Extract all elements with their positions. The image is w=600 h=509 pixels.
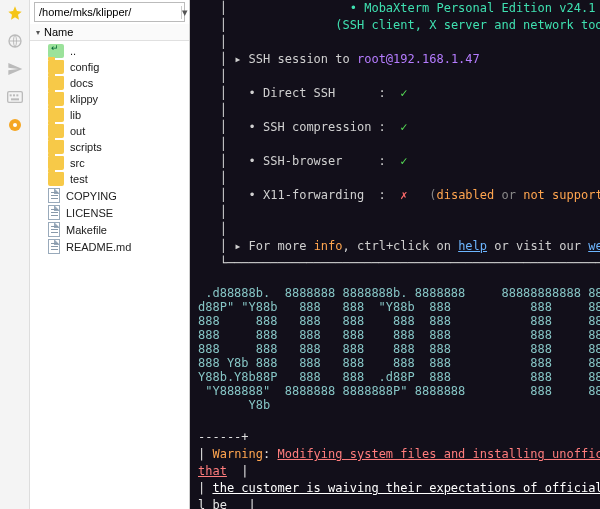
svg-rect-1 [7, 92, 22, 103]
file-tree: ..configdocsklippyliboutscriptssrctestCO… [30, 41, 189, 509]
tree-item-label: config [70, 61, 99, 73]
more-pre: For more [249, 239, 314, 253]
tree-item-label: src [70, 157, 85, 169]
banner-title: • MobaXterm Personal Edition v24.1 • [350, 1, 600, 15]
tree-item-label: out [70, 125, 85, 137]
tree-file[interactable]: README.md [30, 238, 189, 255]
folder-icon [48, 156, 64, 170]
website-link[interactable]: website [588, 239, 600, 253]
tree-item-label: README.md [66, 241, 131, 253]
up-icon [48, 44, 64, 58]
globe-icon[interactable] [6, 32, 24, 50]
file lines-icon [48, 188, 60, 203]
svg-rect-2 [9, 94, 11, 96]
sort-icon: ▾ [36, 28, 40, 37]
tree-item-label: docs [70, 77, 93, 89]
svg-rect-5 [11, 98, 19, 100]
folder-icon [48, 140, 64, 154]
svg-rect-3 [13, 94, 15, 96]
tree-item-label: scripts [70, 141, 102, 153]
send-icon[interactable] [6, 60, 24, 78]
star-icon[interactable] [6, 4, 24, 22]
folder-icon [48, 76, 64, 90]
terminal[interactable]: │ • MobaXterm Personal Edition v24.1 • │… [190, 0, 600, 509]
folder-icon [48, 108, 64, 122]
sftp-browser: ▾ ▾ Name ..configdocsklippyliboutscripts… [30, 0, 190, 509]
session-target: root@192.168.1.47 [357, 52, 480, 66]
folder-icon [48, 172, 64, 186]
path-dropdown-icon[interactable]: ▾ [181, 6, 188, 19]
session-prefix: SSH session to [249, 52, 357, 66]
tree-item-label: .. [70, 45, 76, 57]
more-info: info [314, 239, 343, 253]
file lines-icon [48, 222, 60, 237]
svg-rect-4 [16, 94, 18, 96]
folder-icon [48, 124, 64, 138]
tree-file[interactable]: Makefile [30, 221, 189, 238]
sidebar-tool-strip [0, 0, 30, 509]
tree-item-label: COPYING [66, 190, 117, 202]
column-name-label: Name [44, 26, 73, 38]
tree-item-label: test [70, 173, 88, 185]
disc-icon[interactable] [6, 116, 24, 134]
tree-item-label: klippy [70, 93, 98, 105]
folder-icon [48, 92, 64, 106]
tree-file[interactable]: LICENSE [30, 204, 189, 221]
tree-file[interactable]: COPYING [30, 187, 189, 204]
tree-folder[interactable]: test [30, 171, 189, 187]
file lines-icon [48, 239, 60, 254]
tree-item-label: lib [70, 109, 81, 121]
column-header[interactable]: ▾ Name [30, 24, 189, 41]
tree-item-label: Makefile [66, 224, 107, 236]
banner-subtitle: (SSH client, X server and network tools) [335, 18, 600, 32]
ascii-logo: .d88888b. 8888888 8888888b. 8888888 8888… [198, 272, 600, 412]
tree-item-label: LICENSE [66, 207, 113, 219]
folder-icon [48, 60, 64, 74]
path-input[interactable] [35, 3, 181, 21]
svg-point-7 [13, 123, 17, 127]
keyboard-icon[interactable] [6, 88, 24, 106]
file lines-icon [48, 205, 60, 220]
path-bar: ▾ [34, 2, 185, 22]
help-link[interactable]: help [458, 239, 487, 253]
warning-block: ------+ | Warning: Modifying system file… [198, 412, 600, 509]
